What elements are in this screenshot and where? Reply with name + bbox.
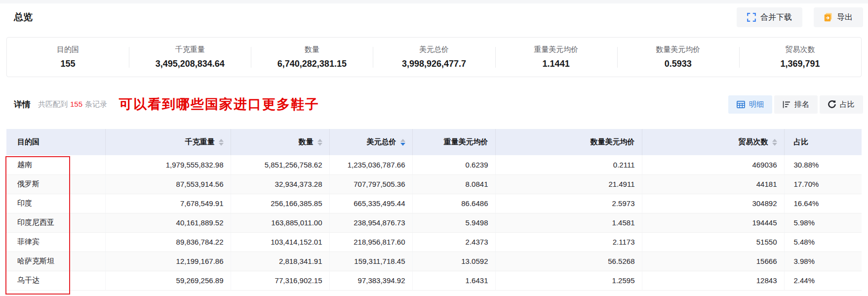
- tab-proportion-label: 占比: [840, 100, 855, 109]
- cell-quantity: 163,885,011.00: [231, 213, 329, 232]
- match-suffix: 条记录: [85, 100, 107, 108]
- table-row: 越南 1,979,555,832.98 5,851,256,758.62 1,2…: [6, 155, 862, 174]
- cell-trade-count: 194445: [642, 213, 784, 232]
- stat-value: 155: [7, 59, 129, 69]
- col-label: 千克重量: [185, 137, 215, 147]
- overview-title: 总览: [14, 11, 33, 24]
- col-header-weight-kg[interactable]: 千克重量: [105, 129, 231, 155]
- stat-destination-country: 目的国 155: [7, 45, 129, 69]
- stat-value: 6,740,282,381.15: [251, 59, 373, 69]
- stat-label: 贸易次数: [739, 45, 861, 54]
- export-label: 导出: [837, 12, 853, 23]
- merge-download-icon: [747, 13, 756, 22]
- cell-trade-count: 51550: [642, 232, 784, 252]
- cell-usd-total: 238,954,876.73: [329, 213, 412, 232]
- cell-usd-per-kg: 0.6239: [412, 155, 495, 174]
- stat-label: 美元总价: [373, 45, 495, 54]
- tab-proportion[interactable]: 占比: [820, 95, 863, 114]
- table-header-row: 目的国 千克重量 数量 美元总价 重量美元均价 数量美元均价 贸易次数 占比: [6, 129, 862, 155]
- tab-detail[interactable]: 明细: [728, 95, 772, 114]
- cell-usd-per-unit: 56.5268: [495, 252, 642, 271]
- table-detail-icon: [737, 101, 745, 108]
- cell-share: 5.98%: [784, 213, 862, 232]
- match-count: 155: [70, 100, 82, 108]
- stat-value: 3,998,926,477.7: [373, 59, 495, 69]
- sort-icon: [772, 139, 777, 146]
- header-actions: 合并下载 导出: [737, 7, 863, 27]
- cell-usd-per-kg: 86.6486: [412, 194, 495, 213]
- col-label: 数量: [299, 137, 314, 147]
- sort-icon-active-desc: [400, 139, 405, 146]
- stat-value: 1,369,791: [739, 59, 861, 69]
- cell-weight-kg: 87,553,914.56: [105, 174, 231, 194]
- cell-share: 17.70%: [784, 174, 862, 194]
- stat-label: 目的国: [7, 45, 129, 54]
- cell-weight-kg: 40,161,889.52: [105, 213, 231, 232]
- cell-quantity: 5,851,256,758.62: [231, 155, 329, 174]
- cell-country: 乌干达: [6, 271, 105, 290]
- stat-label: 重量美元均价: [495, 45, 617, 54]
- cell-share: 2.44%: [784, 271, 862, 290]
- cell-share: 30.88%: [784, 155, 862, 174]
- export-icon: [824, 13, 832, 22]
- cell-share: 3.98%: [784, 252, 862, 271]
- stat-trade-count: 贸易次数 1,369,791: [739, 45, 861, 69]
- col-header-trade-count[interactable]: 贸易次数: [642, 129, 784, 155]
- cell-weight-kg: 1,979,555,832.98: [105, 155, 231, 174]
- cell-usd-total: 218,956,817.60: [329, 232, 412, 252]
- merge-download-button[interactable]: 合并下载: [737, 7, 802, 27]
- col-header-usd-per-unit: 数量美元均价: [495, 129, 642, 155]
- stat-label: 数量美元均价: [617, 45, 739, 54]
- col-header-usd-total[interactable]: 美元总价: [329, 129, 412, 155]
- cell-quantity: 103,414,152.01: [231, 232, 329, 252]
- stat-value: 3,495,208,834.64: [129, 59, 251, 69]
- match-record-text: 共匹配到155条记录: [38, 100, 107, 109]
- cell-trade-count: 304892: [642, 194, 784, 213]
- stat-usd-per-kg: 重量美元均价 1.1441: [495, 45, 617, 69]
- cell-usd-per-unit: 1.2595: [495, 271, 642, 290]
- tab-ranking[interactable]: 排名: [774, 95, 818, 114]
- stat-label: 数量: [251, 45, 373, 54]
- table-row: 印度 7,678,549.91 256,166,385.85 665,335,4…: [6, 194, 862, 213]
- table-row: 菲律宾 89,836,784.22 103,414,152.01 218,956…: [6, 232, 862, 252]
- col-header-share: 占比: [784, 129, 862, 155]
- cell-quantity: 77,316,902.15: [231, 271, 329, 290]
- table-row: 乌干达 59,269,256.89 77,316,902.15 97,383,3…: [6, 271, 862, 290]
- stat-value: 1.1441: [495, 59, 617, 69]
- cell-usd-per-kg: 2.4373: [412, 232, 495, 252]
- export-button[interactable]: 导出: [814, 7, 863, 27]
- details-table: 目的国 千克重量 数量 美元总价 重量美元均价 数量美元均价 贸易次数 占比 越…: [6, 129, 862, 291]
- cell-share: 16.64%: [784, 194, 862, 213]
- table-row: 俄罗斯 87,553,914.56 32,934,373.28 707,797,…: [6, 174, 862, 194]
- col-label: 重量美元均价: [444, 137, 488, 147]
- stat-label: 千克重量: [129, 45, 251, 54]
- cell-usd-per-unit: 21.4911: [495, 174, 642, 194]
- cell-trade-count: 44181: [642, 174, 784, 194]
- cell-country: 印度尼西亚: [6, 213, 105, 232]
- col-header-destination: 目的国: [6, 129, 105, 155]
- cell-country: 印度: [6, 194, 105, 213]
- details-table-section: 目的国 千克重量 数量 美元总价 重量美元均价 数量美元均价 贸易次数 占比 越…: [6, 129, 862, 291]
- tab-detail-label: 明细: [749, 100, 764, 109]
- stat-value: 0.5933: [617, 59, 739, 69]
- stat-weight-kg: 千克重量 3,495,208,834.64: [129, 45, 251, 69]
- view-tabs: 明细 排名 占比: [728, 95, 863, 114]
- cell-usd-total: 1,235,036,787.66: [329, 155, 412, 174]
- cell-trade-count: 15666: [642, 252, 784, 271]
- col-label: 目的国: [17, 137, 39, 147]
- overview-header: 总览 合并下载 导出: [0, 3, 868, 28]
- cell-usd-per-unit: 2.1173: [495, 232, 642, 252]
- cell-usd-total: 159,311,718.45: [329, 252, 412, 271]
- cell-trade-count: 12843: [642, 271, 784, 290]
- cell-country: 菲律宾: [6, 232, 105, 252]
- cell-usd-per-kg: 8.0841: [412, 174, 495, 194]
- red-annotation-text: 可以看到哪些国家进口更多鞋子: [119, 98, 319, 111]
- col-header-quantity[interactable]: 数量: [231, 129, 329, 155]
- overview-stats-card: 目的国 155 千克重量 3,495,208,834.64 数量 6,740,2…: [6, 37, 862, 77]
- table-row: 印度尼西亚 40,161,889.52 163,885,011.00 238,9…: [6, 213, 862, 232]
- cell-weight-kg: 59,269,256.89: [105, 271, 231, 290]
- cell-country: 哈萨克斯坦: [6, 252, 105, 271]
- cell-trade-count: 469036: [642, 155, 784, 174]
- cell-weight-kg: 7,678,549.91: [105, 194, 231, 213]
- details-header: 详情 共匹配到155条记录 可以看到哪些国家进口更多鞋子 明细 排名 占比: [0, 94, 868, 114]
